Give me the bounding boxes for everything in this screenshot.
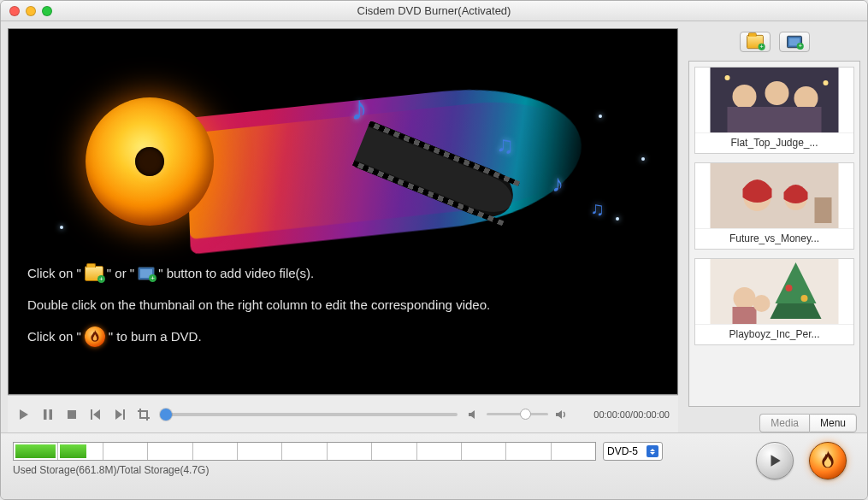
- thumbnail: [695, 259, 853, 324]
- svg-rect-20: [733, 307, 757, 324]
- timecode: 00:00:00/00:00:00: [584, 409, 670, 420]
- svg-point-19: [734, 287, 756, 309]
- storage-segment: [506, 443, 551, 460]
- media-item[interactable]: Flat_Top_Judge_...: [694, 67, 854, 154]
- bottom-bar: DVD-5 Used Storage(661.8M)/Total Storage…: [1, 432, 867, 499]
- folder-add-icon: +: [85, 266, 103, 281]
- storage-segment: [148, 443, 192, 460]
- storage-segment: [282, 443, 327, 460]
- instructions: Click on " + " or " + " button to add vi…: [27, 264, 660, 359]
- titlebar: Cisdem DVD Burner(Activated): [1, 1, 867, 21]
- window-title: Cisdem DVD Burner(Activated): [1, 4, 867, 17]
- storage-segment: [552, 443, 595, 460]
- crop-button[interactable]: [136, 407, 151, 422]
- media-item[interactable]: Playboyz_Inc_Per...: [694, 258, 854, 345]
- tab-menu[interactable]: Menu: [809, 414, 857, 432]
- video-add-icon: +: [138, 267, 155, 280]
- svg-rect-15: [815, 197, 832, 223]
- thumbnail: [695, 68, 853, 132]
- svg-rect-2: [68, 410, 76, 419]
- storage-segment: [14, 443, 58, 460]
- window-controls: [1, 6, 52, 16]
- stop-button[interactable]: [64, 407, 80, 422]
- zoom-window-button[interactable]: [42, 6, 52, 16]
- text: Click on ": [27, 264, 81, 284]
- svg-rect-3: [91, 409, 92, 420]
- minimize-window-button[interactable]: [26, 6, 36, 16]
- add-video-button[interactable]: +: [779, 32, 810, 52]
- preview-area: ♪♫♪♫ Click on " + " or " + " button to a…: [8, 28, 678, 395]
- svg-point-6: [733, 85, 757, 109]
- text: Click on ": [27, 327, 81, 347]
- add-folder-button[interactable]: +: [740, 32, 771, 52]
- svg-point-7: [765, 81, 789, 105]
- svg-rect-0: [44, 409, 47, 420]
- svg-point-17: [786, 285, 793, 291]
- pause-button[interactable]: [40, 407, 56, 422]
- volume-max-icon[interactable]: [553, 407, 569, 422]
- burn-icon: [85, 326, 105, 347]
- preview-column: ♪♫♪♫ Click on " + " or " + " button to a…: [1, 21, 685, 432]
- storage-segment: [417, 443, 462, 460]
- media-list: Flat_Top_Judge_...Future_vs_Money...Play…: [688, 61, 860, 407]
- storage-segment: [372, 443, 416, 460]
- disc-type-select[interactable]: DVD-5: [603, 442, 663, 461]
- storage-segment: [462, 443, 506, 460]
- time-total: 00:00:00: [633, 409, 670, 420]
- disc-type-value: DVD-5: [607, 445, 638, 457]
- sidebar-tabs: Media Menu: [688, 414, 860, 432]
- sidebar-toolbar: + +: [688, 28, 860, 54]
- instruction-line-1: Click on " + " or " + " button to add vi…: [27, 264, 660, 284]
- media-label: Playboyz_Inc_Per...: [695, 324, 853, 344]
- storage-segment: [103, 443, 148, 460]
- splash-artwork: ♪♫♪♫: [51, 63, 599, 234]
- play-button[interactable]: [16, 407, 32, 422]
- chevron-updown-icon: [647, 445, 658, 457]
- preview-play-button[interactable]: [756, 442, 794, 479]
- instruction-line-3: Click on " " to burn a DVD.: [27, 326, 660, 347]
- next-button[interactable]: [112, 407, 127, 422]
- action-buttons: [756, 442, 855, 479]
- thumbnail: [695, 163, 853, 228]
- svg-rect-1: [50, 409, 53, 420]
- svg-point-21: [753, 295, 771, 312]
- svg-point-11: [824, 80, 829, 85]
- tab-media[interactable]: Media: [759, 414, 809, 432]
- time-current: 00:00:00: [593, 409, 630, 420]
- text: " button to add video file(s).: [158, 264, 314, 284]
- svg-point-8: [794, 86, 818, 110]
- sidebar: + + Flat_Top_Judge_...Future_vs_Money...…: [685, 21, 867, 432]
- volume-control[interactable]: [466, 407, 569, 422]
- media-item[interactable]: Future_vs_Money...: [694, 162, 854, 250]
- player-controls: 00:00:00/00:00:00: [8, 395, 678, 432]
- text: " or ": [107, 264, 134, 284]
- storage-panel: DVD-5 Used Storage(661.8M)/Total Storage…: [13, 442, 663, 476]
- media-label: Flat_Top_Judge_...: [695, 132, 853, 153]
- storage-segment: [58, 443, 103, 460]
- storage-text: Used Storage(661.8M)/Total Storage(4.7G): [13, 464, 663, 476]
- media-label: Future_vs_Money...: [695, 228, 853, 249]
- instruction-line-2: Double click on the thumbnail on the rig…: [27, 296, 660, 315]
- seek-slider[interactable]: [160, 413, 458, 416]
- svg-point-10: [725, 75, 730, 80]
- volume-mute-icon[interactable]: [466, 407, 481, 422]
- burn-button[interactable]: [809, 442, 847, 479]
- storage-segment: [193, 443, 238, 460]
- storage-segment: [328, 443, 372, 460]
- storage-segment: [238, 443, 282, 460]
- text: " to burn a DVD.: [109, 327, 202, 347]
- svg-rect-4: [123, 409, 125, 420]
- prev-button[interactable]: [88, 407, 103, 422]
- svg-rect-9: [728, 107, 822, 132]
- close-window-button[interactable]: [9, 6, 20, 16]
- storage-bar: [13, 442, 596, 461]
- svg-point-18: [801, 295, 808, 302]
